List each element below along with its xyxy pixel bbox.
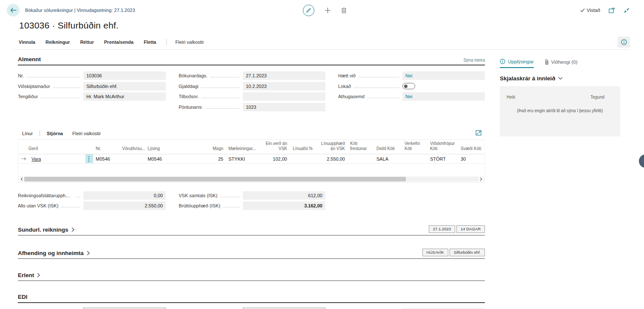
save-status: Vistað bbox=[580, 8, 600, 13]
col-uom[interactable]: Mælieiningar... bbox=[226, 140, 256, 154]
menu-rettur[interactable]: Réttur bbox=[80, 40, 94, 45]
menu-more-options[interactable]: Fleiri valkostir bbox=[175, 40, 204, 45]
scroll-right-icon[interactable] bbox=[479, 177, 484, 181]
shipping-billing-header[interactable]: Afhending og innheimta bbox=[18, 250, 90, 256]
col-unit-price[interactable]: Ein.verð án VSK bbox=[256, 140, 290, 154]
focus-mode-icon[interactable] bbox=[476, 130, 482, 136]
popout-window-icon[interactable] bbox=[609, 8, 615, 13]
col-heiti[interactable]: Heiti bbox=[507, 95, 515, 99]
scrollbar-thumb[interactable] bbox=[24, 177, 406, 181]
general-fasttab: Almennt Sýna meira Nr. 103036 Viðskiptam… bbox=[18, 56, 485, 112]
incl-vat-label: Brúttóupphæð (ISK) bbox=[179, 203, 220, 208]
line-description-cell[interactable]: M0546 bbox=[145, 154, 202, 164]
inv-disc-field[interactable]: 0,00 bbox=[83, 191, 166, 200]
line-qty-cell[interactable]: 25 bbox=[202, 154, 226, 164]
line-area-cell[interactable]: 30 bbox=[458, 154, 484, 164]
col-line-disc[interactable]: Línuafsl.% bbox=[290, 140, 315, 154]
back-button[interactable] bbox=[7, 4, 20, 17]
contact-field[interactable]: Hr. Mark McArthur bbox=[83, 92, 166, 101]
menu-vinnsla[interactable]: Vinnsla bbox=[19, 40, 35, 45]
record-actions bbox=[303, 0, 347, 20]
line-type-cell[interactable]: Vara bbox=[31, 156, 41, 162]
line-disc-cell[interactable] bbox=[290, 154, 315, 164]
page-content: Almennt Sýna meira Nr. 103036 Viðskiptam… bbox=[0, 50, 644, 309]
note-label: Athugasemd bbox=[338, 94, 365, 99]
col-item-ref[interactable]: Vörutilvísu... bbox=[120, 140, 145, 154]
chevron-right-icon bbox=[87, 251, 90, 255]
due-date-field[interactable]: 10.2.2023 bbox=[243, 82, 325, 91]
row-options-button[interactable] bbox=[85, 154, 93, 164]
col-tegund[interactable]: Tegund bbox=[590, 95, 604, 99]
col-dept[interactable]: Deild Kóti bbox=[374, 140, 402, 154]
line-dept-cell[interactable]: SALA bbox=[374, 154, 402, 164]
incoming-docs-header[interactable]: Skjalaskrár á innleið bbox=[500, 75, 620, 82]
pencil-icon bbox=[306, 8, 311, 13]
line-cust-group-cell[interactable]: STÓRT bbox=[427, 154, 458, 164]
col-deferral[interactable]: Kóti frestunar bbox=[348, 140, 374, 154]
col-project[interactable]: Verkefni Kóti bbox=[402, 140, 427, 154]
tab-vidhengi[interactable]: Viðhengi (0) bbox=[545, 59, 578, 68]
factbox-toggle-button[interactable] bbox=[618, 37, 630, 48]
line-no-cell[interactable]: M0546 bbox=[93, 154, 120, 164]
line-uom-cell[interactable]: STYKKI bbox=[226, 154, 256, 164]
lines-caption[interactable]: Línur bbox=[22, 131, 33, 136]
col-area[interactable]: Svæði Kóti bbox=[458, 140, 484, 154]
dotted-leader bbox=[27, 74, 80, 77]
closed-toggle[interactable] bbox=[402, 83, 415, 89]
customer-field[interactable]: Silfurbúðin ehf. bbox=[83, 82, 166, 91]
col-line-amount[interactable]: Línuupphæð án VSK bbox=[315, 140, 348, 154]
lines-more-options[interactable]: Fleiri valkostir bbox=[72, 131, 101, 136]
col-lysing[interactable]: Lýsing bbox=[145, 140, 202, 154]
ellipsis-vertical-icon bbox=[88, 156, 91, 162]
order-no-field[interactable]: 1023 bbox=[243, 103, 325, 111]
lines-manage-menu[interactable]: Stjórna bbox=[47, 131, 63, 136]
line-amount-cell[interactable]: 2.550,00 bbox=[315, 154, 348, 164]
dotted-leader bbox=[61, 204, 80, 207]
horizontal-scrollbar[interactable] bbox=[18, 176, 484, 182]
cancelled-field[interactable]: Nei bbox=[402, 71, 485, 80]
dotted-leader bbox=[77, 194, 80, 197]
col-cust-group[interactable]: Viðskmhópur Kóti bbox=[427, 140, 458, 154]
tab-upplysingar[interactable]: Upplýsingar bbox=[500, 59, 534, 68]
dotted-leader bbox=[354, 85, 399, 88]
incl-vat-field[interactable]: 3.162,00 bbox=[243, 201, 325, 210]
collapse-window-icon[interactable] bbox=[624, 8, 630, 13]
line-unit-price-cell[interactable]: 102,00 bbox=[256, 154, 290, 164]
line-project-cell[interactable] bbox=[402, 154, 427, 164]
edi-title[interactable]: EDI bbox=[18, 294, 28, 300]
quote-no-field[interactable] bbox=[243, 92, 325, 101]
delete-button[interactable] bbox=[341, 7, 347, 14]
lines-fasttab: Línur Stjórna Fleiri valkostir bbox=[18, 128, 485, 211]
new-button[interactable] bbox=[325, 7, 331, 14]
menu-reikningur[interactable]: Reikningur bbox=[46, 40, 70, 45]
nr-field[interactable]: 103036 bbox=[83, 71, 166, 80]
toggle-knob bbox=[404, 85, 407, 88]
dotted-leader bbox=[202, 95, 239, 98]
scrollbar-track[interactable] bbox=[24, 177, 479, 181]
general-title[interactable]: Almennt bbox=[18, 56, 41, 62]
posting-date-label: Bókunardags. bbox=[179, 73, 208, 78]
col-magn[interactable]: Magn bbox=[202, 140, 226, 154]
menu-prenta-senda[interactable]: Prenta/senda bbox=[104, 40, 134, 45]
toolbar-divider bbox=[40, 130, 40, 136]
closed-label: Lokað bbox=[338, 84, 351, 89]
line-deferral-cell[interactable] bbox=[348, 154, 374, 164]
edit-button[interactable] bbox=[303, 5, 314, 16]
vat-total-field[interactable]: 612,00 bbox=[243, 191, 325, 200]
line-item-ref-cell[interactable] bbox=[120, 154, 145, 164]
scroll-left-icon[interactable] bbox=[19, 177, 24, 181]
menu-fletta[interactable]: Fletta bbox=[144, 40, 156, 45]
totals-area: Reikningsafsláttarupphæð án ... 0,00 All… bbox=[18, 190, 485, 211]
edi-col2: Númer utanaðk. skjals Senda EDI bbox=[179, 307, 325, 309]
show-more-link[interactable]: Sýna meira bbox=[463, 58, 485, 62]
posting-date-field[interactable]: 27.1.2023 bbox=[243, 71, 325, 80]
foreign-trade-header[interactable]: Erlent bbox=[18, 272, 40, 278]
invoice-details-header[interactable]: Sundurl. reiknings bbox=[18, 227, 74, 233]
table-row[interactable]: Vara M0546 M0546 25 bbox=[18, 154, 484, 164]
col-nr[interactable]: Nr. bbox=[93, 140, 120, 154]
due-date-label: Gjalddagi bbox=[179, 84, 198, 89]
excl-vat-field[interactable]: 2.550,00 bbox=[83, 201, 166, 210]
top-bar: Bókaður sölureikningur | Vinnudagsetning… bbox=[0, 0, 644, 20]
note-field[interactable]: Nei bbox=[402, 92, 485, 101]
col-gerd[interactable]: Gerð bbox=[18, 140, 85, 154]
